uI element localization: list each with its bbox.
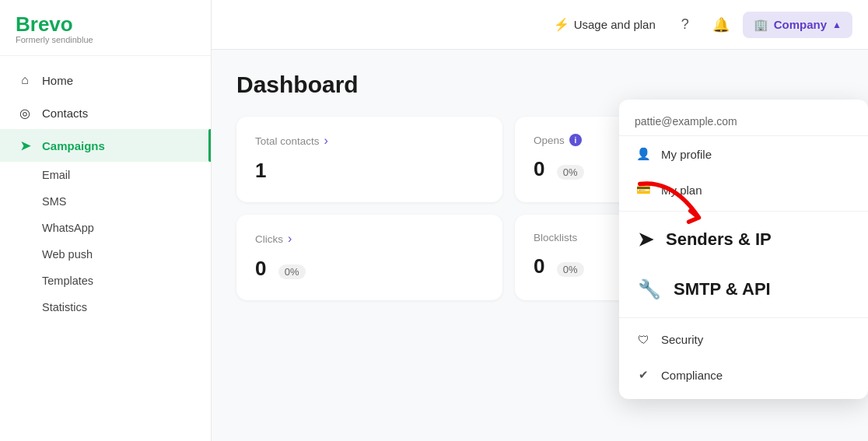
help-button[interactable]: ? <box>671 11 699 39</box>
bell-icon: 🔔 <box>712 16 730 33</box>
sidebar-item-sms-label: SMS <box>42 195 66 208</box>
opens-badge: 0% <box>557 165 584 180</box>
sidebar-item-webpush[interactable]: Web push <box>0 241 211 268</box>
company-icon: 🏢 <box>754 18 768 32</box>
card-total-contacts-label: Total contacts <box>255 135 320 147</box>
dropdown-compliance-label: Compliance <box>661 369 723 382</box>
dropdown-item-senders-ip[interactable]: ➤ Senders & IP <box>619 215 868 264</box>
clicks-arrow[interactable]: › <box>288 232 292 246</box>
home-icon: ⌂ <box>17 72 33 88</box>
logo-area: Brevo Formerly sendinblue <box>0 0 211 56</box>
dropdown-divider-1 <box>619 211 868 212</box>
opens-info-icon[interactable]: i <box>569 134 582 146</box>
dropdown-item-my-plan[interactable]: 💳 My plan <box>619 172 868 208</box>
notifications-button[interactable]: 🔔 <box>707 11 735 39</box>
sidebar-item-home-label: Home <box>42 74 73 87</box>
help-icon: ? <box>681 16 689 33</box>
card-opens-label: Opens <box>534 135 565 146</box>
total-contacts-arrow[interactable]: › <box>324 134 328 148</box>
sidebar-item-statistics-label: Statistics <box>42 301 87 313</box>
sidebar-item-whatsapp-label: WhatsApp <box>42 222 94 234</box>
company-label: Company <box>774 18 827 31</box>
content-wrap: Dashboard Total contacts › 1 Opens i <box>212 50 868 441</box>
campaigns-icon: ➤ <box>17 138 33 153</box>
plan-icon: 💳 <box>635 181 652 198</box>
dropdown-divider-2 <box>619 317 868 318</box>
company-dropdown: pattie@example.com 👤 My profile 💳 My pla… <box>619 100 868 399</box>
sidebar-item-statistics[interactable]: Statistics <box>0 294 211 320</box>
sidebar-item-webpush-label: Web push <box>42 248 93 261</box>
page-title: Dashboard <box>236 72 843 98</box>
card-clicks-value: 0 0% <box>255 257 484 281</box>
sidebar-item-templates-label: Templates <box>42 275 93 287</box>
card-clicks: Clicks › 0 0% <box>236 215 502 300</box>
security-icon: 🛡 <box>635 331 652 348</box>
dropdown-security-label: Security <box>661 333 703 346</box>
sidebar-item-email-label: Email <box>42 169 70 181</box>
sidebar-item-home[interactable]: ⌂ Home <box>0 64 211 96</box>
main-area: ⚡ Usage and plan ? 🔔 🏢 Company ▲ Dashboa… <box>212 0 868 441</box>
dropdown-senders-ip-label: Senders & IP <box>666 229 772 250</box>
sidebar-item-sms[interactable]: SMS <box>0 188 211 215</box>
sidebar-item-contacts-label: Contacts <box>42 107 88 120</box>
smtp-icon: 🔧 <box>638 278 661 300</box>
card-clicks-label: Clicks <box>255 233 283 245</box>
compliance-icon: ✔ <box>635 366 652 383</box>
brevo-logo: Brevo <box>16 14 195 34</box>
logo-sub: Formerly sendinblue <box>16 35 195 44</box>
contacts-icon: ◎ <box>17 105 33 121</box>
blocklists-badge: 0% <box>557 262 584 277</box>
sidebar: Brevo Formerly sendinblue ⌂ Home ◎ Conta… <box>0 0 212 441</box>
card-total-contacts: Total contacts › 1 <box>236 117 502 202</box>
clicks-badge: 0% <box>278 264 306 279</box>
dropdown-item-my-profile[interactable]: 👤 My profile <box>619 136 868 172</box>
card-blocklists-label: Blocklists <box>534 232 577 243</box>
sidebar-item-campaigns-label: Campaigns <box>42 139 105 152</box>
usage-plan-label: Usage and plan <box>574 18 656 31</box>
sidebar-item-whatsapp[interactable]: WhatsApp <box>0 215 211 241</box>
dropdown-smtp-api-label: SMTP & API <box>674 279 771 299</box>
dropdown-item-security[interactable]: 🛡 Security <box>619 321 868 357</box>
dropdown-user-email: pattie@example.com <box>619 106 868 136</box>
dropdown-item-compliance[interactable]: ✔ Compliance <box>619 357 868 393</box>
sidebar-item-templates[interactable]: Templates <box>0 268 211 294</box>
profile-icon: 👤 <box>635 145 652 163</box>
card-total-contacts-value: 1 <box>255 159 484 183</box>
dropdown-item-smtp-api[interactable]: 🔧 SMTP & API <box>619 264 868 314</box>
dropdown-my-plan-label: My plan <box>661 184 702 197</box>
nav-items: ⌂ Home ◎ Contacts ➤ Campaigns Email SMS … <box>0 56 211 441</box>
topbar: ⚡ Usage and plan ? 🔔 🏢 Company ▲ <box>212 0 868 50</box>
sidebar-item-campaigns[interactable]: ➤ Campaigns <box>0 129 211 162</box>
company-button[interactable]: 🏢 Company ▲ <box>743 12 852 38</box>
usage-plan-icon: ⚡ <box>554 17 569 32</box>
sidebar-item-contacts[interactable]: ◎ Contacts <box>0 96 211 129</box>
dropdown-my-profile-label: My profile <box>661 148 712 161</box>
usage-plan-button[interactable]: ⚡ Usage and plan <box>546 12 663 37</box>
sidebar-item-email[interactable]: Email <box>0 162 211 188</box>
chevron-up-icon: ▲ <box>832 19 842 30</box>
senders-icon: ➤ <box>638 229 653 250</box>
